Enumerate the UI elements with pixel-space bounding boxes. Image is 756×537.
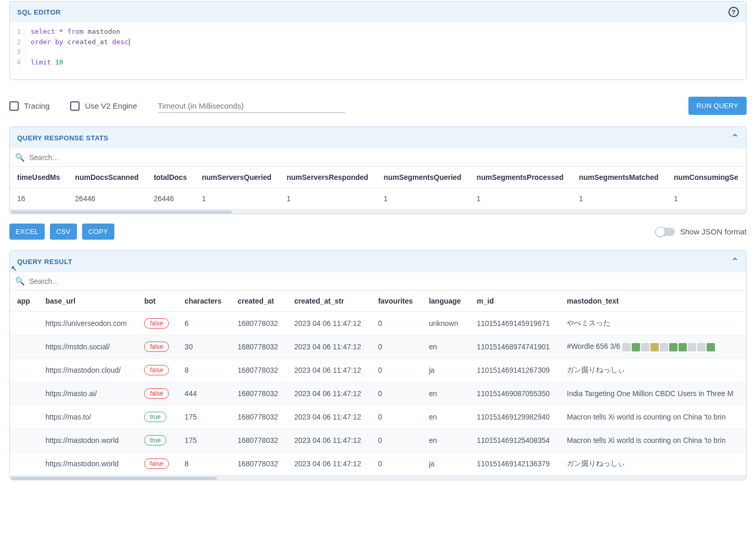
v2-engine-checkbox-wrap[interactable]: Use V2 Engine [70, 101, 137, 111]
chevron-up-icon[interactable]: ⌃ [731, 256, 739, 267]
result-cell: やべミスった [559, 312, 746, 335]
csv-button[interactable]: CSV [50, 224, 77, 240]
timeout-input[interactable] [158, 99, 345, 113]
result-col-header[interactable]: base_url [38, 291, 137, 312]
result-col-header[interactable]: favourites [371, 291, 422, 312]
sql-editor-header: SQL EDITOR ? [10, 2, 746, 22]
stats-cell: 26446 [68, 188, 146, 209]
table-row[interactable]: https://mastodon.cloud/false816807780322… [10, 359, 746, 382]
result-cell: unknown [422, 312, 470, 335]
result-cell: 6 [177, 312, 230, 335]
json-toggle[interactable] [656, 228, 675, 236]
result-table-wrap[interactable]: appbase_urlbotcharacterscreated_atcreate… [10, 291, 746, 476]
search-icon: 🔍 [15, 153, 25, 162]
stats-col-header[interactable]: timeUsedMs [10, 167, 68, 188]
stats-cell: 1 [470, 188, 572, 209]
result-cell: 1680778032 [230, 359, 287, 382]
result-cell: 2023 04 06 11:47:12 [287, 452, 371, 476]
excel-button[interactable]: EXCEL [9, 224, 45, 240]
result-cell: 2023 04 06 11:47:12 [287, 405, 371, 429]
result-cell: 175 [177, 429, 230, 452]
stats-col-header[interactable]: numServersQueried [194, 167, 279, 188]
tracing-checkbox[interactable] [9, 101, 19, 111]
result-cell: 0 [371, 312, 422, 335]
result-cell: ガン掘りねっしぃ [559, 452, 746, 476]
sql-code-editor[interactable]: 1select * from mastodon2order by created… [10, 22, 746, 80]
stats-cell: 1 [667, 188, 746, 209]
result-cell: 30 [177, 335, 230, 359]
result-cell: #Wordle 656 3/6 [559, 335, 746, 359]
result-cell: India Targeting One Million CBDC Users i… [559, 382, 746, 405]
result-col-header[interactable]: created_at [230, 291, 287, 312]
result-cell [10, 335, 38, 359]
result-col-header[interactable]: m_id [470, 291, 559, 312]
result-cell: 1680778032 [230, 429, 287, 452]
result-search-input[interactable] [29, 277, 741, 285]
result-col-header[interactable]: language [422, 291, 470, 312]
result-cell: https://mstdn.social/ [38, 335, 137, 359]
stats-col-header[interactable]: numConsumingSe [667, 167, 746, 188]
result-cell: 110151469087055350 [470, 382, 559, 405]
result-cell: 110151469125408354 [470, 429, 559, 452]
result-col-header[interactable]: created_at_str [287, 291, 371, 312]
stats-scrollbar[interactable] [10, 209, 746, 214]
result-cell: false [137, 382, 177, 405]
result-cell: 444 [177, 382, 230, 405]
result-col-header[interactable]: bot [137, 291, 177, 312]
result-col-header[interactable]: app [10, 291, 38, 312]
table-row[interactable]: https://mas.to/true17516807780322023 04 … [10, 405, 746, 429]
run-query-button[interactable]: RUN QUERY [688, 97, 747, 115]
result-cell: en [422, 405, 470, 429]
tracing-label: Tracing [24, 101, 49, 110]
result-cell: ja [422, 359, 470, 382]
stats-col-header[interactable]: numSegmentsMatched [571, 167, 667, 188]
result-cell: Macron tells Xi world is counting on Chi… [559, 405, 746, 429]
stats-col-header[interactable]: numSegmentsQueried [376, 167, 470, 188]
result-cell: 110151469141267309 [470, 359, 559, 382]
result-cell: 0 [371, 359, 422, 382]
result-cell: 110151468974741901 [470, 335, 559, 359]
table-row[interactable]: https://universeodon.comfalse61680778032… [10, 312, 746, 335]
stats-table-wrap[interactable]: timeUsedMsnumDocsScannedtotalDocsnumServ… [10, 167, 746, 209]
result-header[interactable]: QUERY RESULT ⌃ [10, 251, 746, 272]
stats-col-header[interactable]: totalDocs [147, 167, 195, 188]
result-cell: 0 [371, 382, 422, 405]
result-scrollbar[interactable] [10, 476, 746, 480]
stats-header[interactable]: QUERY RESPONSE STATS ⌃ [10, 127, 746, 149]
result-col-header[interactable]: mastodon_text [559, 291, 746, 312]
result-cell: Macron tells Xi world is counting on Chi… [559, 429, 746, 452]
v2-engine-label: Use V2 Engine [85, 101, 137, 110]
table-row[interactable]: https://mstdn.social/false30168077803220… [10, 335, 746, 359]
stats-search-row: 🔍 [10, 149, 746, 167]
stats-col-header[interactable]: numDocsScanned [68, 167, 146, 188]
result-cell [10, 405, 38, 429]
stats-col-header[interactable]: numSegmentsProcessed [470, 167, 572, 188]
query-controls-row: Tracing Use V2 Engine RUN QUERY [0, 89, 756, 125]
bot-pill: false [144, 388, 168, 399]
copy-button[interactable]: COPY [82, 224, 114, 240]
chevron-up-icon[interactable]: ⌃ [731, 132, 739, 143]
result-cell: 1680778032 [230, 382, 287, 405]
cursor-icon: ↖ [11, 264, 17, 272]
result-cell: 110151469145919671 [470, 312, 559, 335]
result-cell: en [422, 335, 470, 359]
result-col-header[interactable]: characters [177, 291, 230, 312]
table-row[interactable]: https://mastodon.worldtrue17516807780322… [10, 429, 746, 452]
bot-pill: false [144, 459, 168, 469]
result-search-row: 🔍 [10, 272, 746, 291]
table-row[interactable]: https://masto.ai/false44416807780322023 … [10, 382, 746, 405]
stats-search-input[interactable] [29, 153, 741, 162]
result-cell: 2023 04 06 11:47:12 [287, 382, 371, 405]
result-cell: 8 [177, 359, 230, 382]
stats-cell: 16 [10, 188, 68, 209]
v2-engine-checkbox[interactable] [70, 101, 80, 111]
result-cell: 1680778032 [230, 312, 287, 335]
help-icon[interactable]: ? [728, 7, 739, 17]
tracing-checkbox-wrap[interactable]: Tracing [9, 101, 49, 111]
table-row[interactable]: https://mastodon.worldfalse8168077803220… [10, 452, 746, 476]
bot-pill: false [144, 342, 168, 352]
result-cell [10, 382, 38, 405]
stats-col-header[interactable]: numServersResponded [279, 167, 376, 188]
stats-table: timeUsedMsnumDocsScannedtotalDocsnumServ… [10, 167, 746, 209]
json-toggle-wrap[interactable]: Show JSON format [656, 227, 747, 236]
